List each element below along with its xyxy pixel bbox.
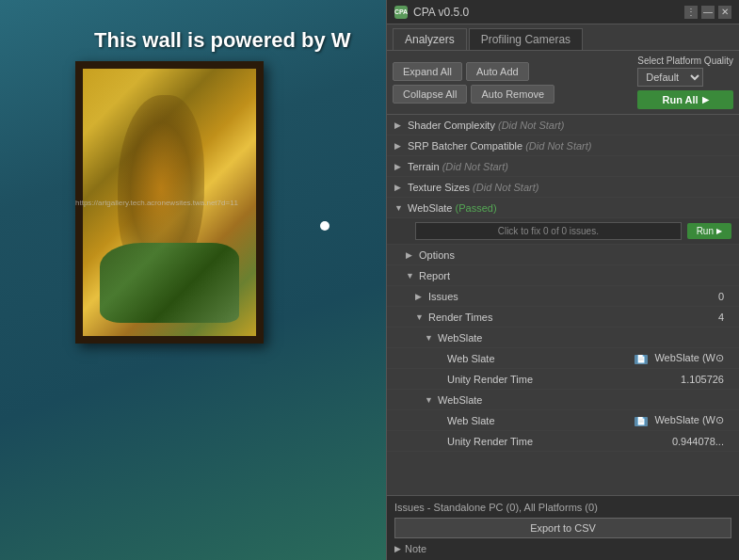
tree-item-web-slate-2[interactable]: Web Slate 📄 WebSlate (W⊙ [387, 410, 739, 431]
auto-remove-button[interactable]: Auto Remove [471, 85, 554, 104]
expand-arrow-texture: ▶ [394, 183, 404, 192]
fix-row: Click to fix 0 of 0 issues. Run [387, 218, 739, 245]
tree-item-unity-render-time-2[interactable]: Unity Render Time 0.944078... [387, 431, 739, 452]
tab-profiling-cameras[interactable]: Profiling Cameras [469, 28, 583, 50]
webslate-doc-icon: 📄 [635, 355, 648, 364]
title-bar-title: CPA v0.5.0 [413, 6, 684, 19]
expand-all-button[interactable]: Expand All [393, 62, 462, 81]
note-arrow: ▶ [394, 544, 401, 553]
expand-arrow-shader: ▶ [394, 120, 404, 130]
note-label: Note [405, 543, 426, 554]
tree-item-options[interactable]: ▶ Options [387, 245, 739, 265]
tree-item-unity-render-time-1[interactable]: Unity Render Time 1.105726 [387, 369, 739, 390]
toolbar: Expand All Auto Add Collapse All Auto Re… [387, 51, 739, 115]
wall-text: This wall is powered by W [94, 28, 351, 53]
minimize-button[interactable]: — [701, 6, 715, 19]
tree-item-webslate-group-2[interactable]: ▼ WebSlate [387, 390, 739, 410]
tree-item-terrain[interactable]: ▶ Terrain (Did Not Start) [387, 156, 739, 177]
note-row[interactable]: ▶ Note [394, 541, 731, 556]
menu-button[interactable]: ⋮ [684, 6, 698, 19]
run-all-button[interactable]: Run All [637, 90, 733, 109]
collapse-all-button[interactable]: Collapse All [393, 85, 467, 104]
title-bar-controls: ⋮ — ✕ [684, 6, 731, 19]
tree-item-web-slate-1[interactable]: Web Slate 📄 WebSlate (W⊙ [387, 348, 739, 369]
webslate-doc-icon-2: 📄 [635, 417, 648, 426]
expand-arrow-render-times: ▼ [415, 312, 425, 322]
tree-item-webslate[interactable]: ▼ WebSlate (Passed) [387, 198, 739, 218]
tree-item-issues[interactable]: ▶ Issues 0 [387, 286, 739, 307]
game-view: This wall is powered by W https://artgal… [0, 0, 391, 560]
fix-issues-button[interactable]: Click to fix 0 of 0 issues. [415, 222, 682, 240]
tree-item-texture-sizes[interactable]: ▶ Texture Sizes (Did Not Start) [387, 177, 739, 198]
cpa-icon: CPA [394, 6, 408, 19]
issues-summary: Issues - Standalone PC (0), All Platform… [394, 500, 731, 515]
title-bar: CPA CPA v0.5.0 ⋮ — ✕ [387, 0, 739, 24]
expand-arrow-ws-group1: ▼ [425, 333, 434, 343]
platform-select[interactable]: Default [637, 68, 703, 87]
tree-item-render-times[interactable]: ▼ Render Times 4 [387, 307, 739, 328]
cpa-panel: CPA CPA v0.5.0 ⋮ — ✕ Analyzers Profiling… [386, 0, 739, 560]
platform-quality-label: Select Platform Quality [637, 56, 733, 66]
tab-analyzers[interactable]: Analyzers [393, 28, 467, 50]
scroll-area[interactable]: ▶ Shader Complexity (Did Not Start) ▶ SR… [387, 115, 739, 495]
run-button[interactable]: Run [687, 223, 731, 239]
expand-arrow-terrain: ▶ [394, 162, 404, 171]
painting-url: https://artgallery.tech.acronewsites.twa… [75, 199, 238, 207]
tree-item-srp-batcher[interactable]: ▶ SRP Batcher Compatible (Did Not Start) [387, 136, 739, 156]
expand-arrow-srp: ▶ [394, 141, 404, 151]
bottom-bar: Issues - Standalone PC (0), All Platform… [387, 495, 739, 560]
tree-item-shader-complexity[interactable]: ▶ Shader Complexity (Did Not Start) [387, 115, 739, 136]
tree-item-report[interactable]: ▼ Report [387, 265, 739, 286]
expand-arrow-ws-group2: ▼ [425, 395, 434, 405]
expand-arrow-options: ▶ [406, 250, 415, 260]
tree-item-webslate-group-1[interactable]: ▼ WebSlate [387, 328, 739, 348]
tab-bar: Analyzers Profiling Cameras [387, 24, 739, 51]
export-csv-button[interactable]: Export to CSV [394, 518, 731, 538]
dot-marker [320, 221, 329, 231]
expand-arrow-webslate: ▼ [394, 203, 404, 213]
expand-arrow-issues: ▶ [415, 292, 425, 301]
expand-arrow-report: ▼ [406, 271, 415, 280]
close-button[interactable]: ✕ [718, 6, 731, 19]
auto-add-button[interactable]: Auto Add [466, 62, 529, 81]
